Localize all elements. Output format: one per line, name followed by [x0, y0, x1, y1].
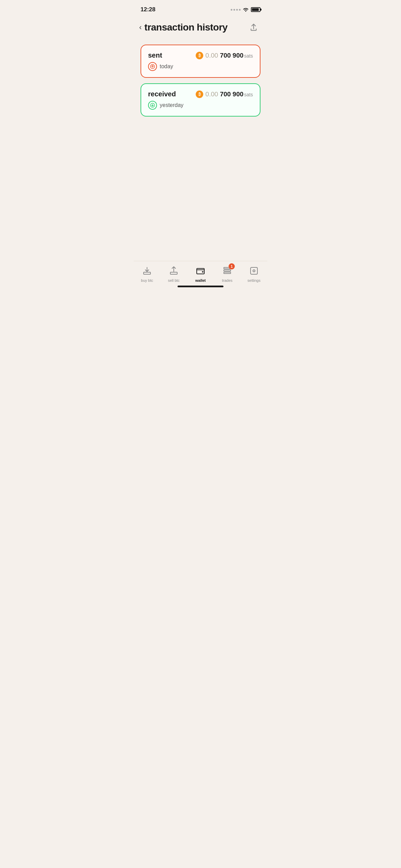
settings-label: settings	[247, 278, 260, 282]
bottom-nav: buy btc sell btc wallet	[134, 261, 267, 289]
svg-rect-4	[197, 268, 204, 274]
tx-received-type-label: received	[148, 90, 176, 98]
buy-btc-icon	[140, 265, 154, 277]
share-button[interactable]	[247, 21, 260, 34]
svg-rect-9	[251, 267, 257, 274]
tx-received-amount-text: 0.00 700 900sats	[205, 91, 253, 98]
btc-icon-sent: ₿	[196, 52, 203, 59]
signal-dots-icon	[231, 9, 241, 11]
status-icons	[231, 7, 260, 13]
transaction-received-card[interactable]: received ₿ 0.00 700 900sats yesterday	[141, 83, 260, 117]
tx-received-top: received ₿ 0.00 700 900sats	[148, 90, 253, 98]
tx-sent-date: today	[160, 63, 173, 70]
trades-badge: 1	[229, 263, 235, 269]
battery-icon	[251, 7, 260, 12]
transaction-sent-card[interactable]: sent ₿ 0.00 700 900sats today	[141, 45, 260, 78]
share-icon	[249, 23, 258, 32]
nav-item-trades[interactable]: 1 trades	[214, 265, 241, 282]
transactions-list: sent ₿ 0.00 700 900sats today received	[134, 41, 267, 120]
svg-rect-3	[170, 272, 177, 274]
svg-point-10	[253, 270, 255, 272]
tx-received-date: yesterday	[160, 102, 183, 108]
svg-rect-2	[144, 272, 150, 274]
tx-sent-type-label: sent	[148, 51, 162, 59]
status-bar: 12:28	[134, 0, 267, 17]
wallet-label: wallet	[195, 278, 206, 282]
settings-icon	[247, 265, 261, 277]
nav-item-wallet[interactable]: wallet	[187, 265, 214, 282]
home-indicator	[178, 286, 223, 287]
received-direction-icon	[148, 101, 157, 110]
header: ‹ transaction history	[134, 17, 267, 41]
tx-received-amount: ₿ 0.00 700 900sats	[196, 91, 253, 98]
header-left: ‹ transaction history	[139, 22, 228, 33]
wallet-icon	[194, 265, 207, 277]
btc-icon-received: ₿	[196, 91, 203, 98]
tx-received-bottom: yesterday	[148, 101, 253, 110]
tx-sent-bottom: today	[148, 62, 253, 71]
nav-item-settings[interactable]: settings	[241, 265, 267, 282]
status-time: 12:28	[141, 6, 155, 13]
page-title: transaction history	[144, 22, 228, 33]
svg-point-5	[203, 272, 203, 272]
trades-icon: 1	[220, 265, 234, 277]
tx-sent-amount-text: 0.00 700 900sats	[205, 52, 253, 59]
sell-btc-label: sell btc	[168, 278, 180, 282]
back-button[interactable]: ‹	[139, 24, 142, 31]
tx-sent-amount: ₿ 0.00 700 900sats	[196, 52, 253, 59]
buy-btc-label: buy btc	[141, 278, 153, 282]
wifi-icon	[243, 7, 249, 13]
sent-direction-icon	[148, 62, 157, 71]
svg-rect-7	[224, 270, 231, 271]
svg-rect-8	[224, 272, 231, 274]
nav-item-sell-btc[interactable]: sell btc	[160, 265, 187, 282]
nav-item-buy-btc[interactable]: buy btc	[134, 265, 160, 282]
sell-btc-icon	[167, 265, 181, 277]
tx-sent-top: sent ₿ 0.00 700 900sats	[148, 51, 253, 59]
trades-label: trades	[222, 278, 233, 282]
